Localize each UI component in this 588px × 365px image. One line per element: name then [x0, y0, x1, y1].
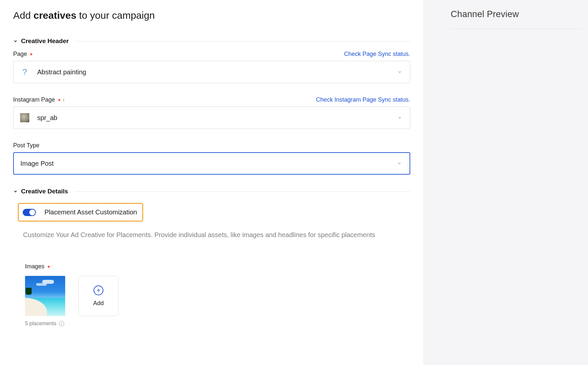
- page-title: Add creatives to your campaign: [13, 10, 410, 21]
- page-select[interactable]: ? Abstract painting: [13, 61, 410, 83]
- instagram-field-row: Instagram Page i Check Instagram Page Sy…: [13, 96, 410, 103]
- page-title-bold: creatives: [34, 10, 76, 21]
- avatar-icon: [20, 113, 29, 122]
- chevron-down-icon: [397, 70, 402, 74]
- check-instagram-sync-link[interactable]: Check Instagram Page Sync status.: [316, 96, 410, 103]
- placements-count: 5 placements i: [25, 321, 65, 327]
- page-title-prefix: Add: [13, 10, 34, 21]
- chevron-down-icon: [13, 189, 18, 194]
- post-type-select[interactable]: Image Post: [13, 152, 410, 175]
- required-dot-icon: [48, 266, 50, 268]
- post-type-field-row: Post Type: [13, 142, 410, 149]
- images-block: Images 5 placements i + Add: [25, 263, 410, 327]
- chevron-down-icon: [13, 39, 18, 43]
- post-type-label: Post Type: [13, 142, 40, 149]
- instagram-select-value: spr_ab: [37, 114, 57, 122]
- required-dot-icon: [30, 53, 32, 55]
- section-title: Creative Details: [21, 188, 68, 195]
- check-page-sync-link[interactable]: Check Page Sync status.: [344, 51, 410, 58]
- main-panel: Add creatives to your campaign Creative …: [0, 0, 423, 365]
- section-creative-details[interactable]: Creative Details: [13, 188, 410, 195]
- images-row: 5 placements i + Add: [25, 276, 410, 327]
- placement-asset-description: Customize Your Ad Creative for Placement…: [23, 230, 385, 240]
- divider: [75, 191, 410, 192]
- page-select-value: Abstract painting: [37, 68, 86, 76]
- page-field-label: Page: [13, 51, 32, 58]
- placement-asset-toggle[interactable]: [23, 209, 36, 216]
- post-type-value: Image Post: [20, 160, 54, 167]
- channel-preview-panel: Channel Preview: [423, 0, 588, 365]
- placement-asset-label: Placement Asset Customization: [44, 208, 137, 216]
- add-image-button[interactable]: + Add: [78, 276, 119, 316]
- page-field-row: Page Check Page Sync status.: [13, 51, 410, 58]
- image-item: 5 placements i: [25, 276, 65, 327]
- page-title-suffix: to your campaign: [76, 10, 155, 21]
- chevron-down-icon: [397, 115, 402, 120]
- required-dot-icon: [58, 99, 60, 101]
- divider: [75, 41, 410, 41]
- channel-preview-title: Channel Preview: [451, 9, 581, 29]
- images-label: Images: [25, 263, 410, 270]
- instagram-page-select[interactable]: spr_ab: [13, 107, 410, 129]
- chevron-down-icon: [397, 161, 402, 166]
- image-thumbnail[interactable]: [25, 276, 65, 316]
- placement-asset-highlight: Placement Asset Customization: [18, 203, 143, 222]
- section-creative-header[interactable]: Creative Header: [13, 37, 410, 45]
- info-icon[interactable]: i: [59, 321, 64, 326]
- plus-icon: +: [94, 285, 103, 295]
- question-icon: ?: [20, 67, 29, 77]
- info-icon[interactable]: i: [63, 97, 64, 103]
- add-label: Add: [93, 300, 104, 307]
- instagram-field-label: Instagram Page i: [13, 96, 65, 103]
- section-title: Creative Header: [21, 37, 69, 45]
